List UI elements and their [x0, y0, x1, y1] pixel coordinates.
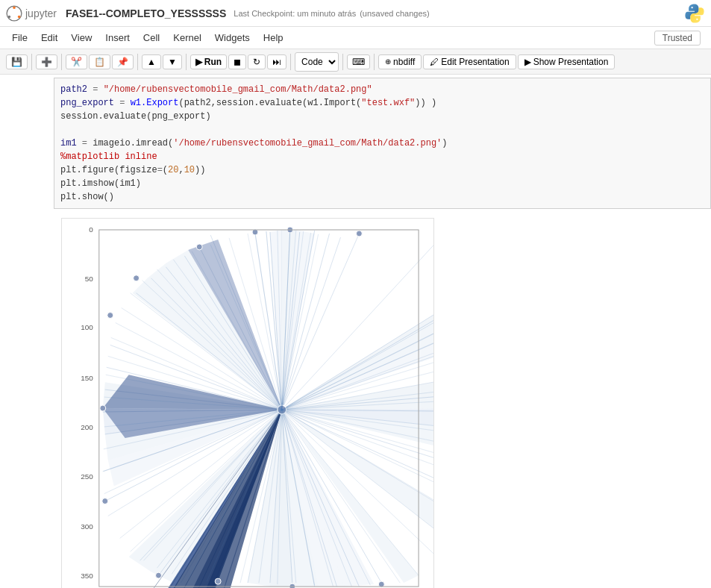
- topbar: jupyter FASE1--COMPLETO_YESSSSSS Last Ch…: [0, 0, 711, 27]
- show-pres-label: Show Presentation: [533, 57, 609, 67]
- sep7: [374, 54, 375, 70]
- trusted-button[interactable]: Trusted: [654, 31, 701, 46]
- sep2: [61, 54, 62, 70]
- svg-point-119: [155, 572, 161, 578]
- menubar: File Edit View Insert Cell Kernel Widget…: [0, 27, 711, 49]
- svg-text:250: 250: [81, 472, 93, 481]
- menu-kernel[interactable]: Kernel: [167, 30, 207, 46]
- sep3: [137, 54, 138, 70]
- svg-text:150: 150: [81, 374, 93, 382]
- nbdiff-label: nbdiff: [393, 57, 415, 67]
- menu-view[interactable]: View: [65, 30, 98, 46]
- svg-point-118: [215, 578, 221, 584]
- code-area[interactable]: path2 = "/home/rubensvectomobile_gmail_c…: [54, 78, 711, 209]
- restart-button[interactable]: ↻: [248, 54, 266, 69]
- svg-point-4: [692, 7, 693, 8]
- svg-point-1: [13, 6, 16, 9]
- sep5: [290, 54, 291, 70]
- svg-point-122: [107, 313, 113, 319]
- edit-pres-icon: 🖊: [430, 57, 439, 67]
- nbdiff-button[interactable]: ⊕ nbdiff: [378, 54, 422, 69]
- output-prompt: [1, 215, 54, 588]
- cell-type-select[interactable]: Code: [295, 52, 339, 72]
- svg-point-3: [8, 15, 11, 18]
- jupyter-logo: jupyter: [6, 5, 57, 22]
- keyboard-button[interactable]: ⌨: [347, 54, 370, 69]
- unsaved-text: (unsaved changes): [360, 9, 430, 18]
- show-pres-icon: ▶: [524, 57, 531, 67]
- output-content: 0 50 100 150 200 250 300 350 0 50 100 15…: [54, 215, 711, 588]
- sep6: [342, 54, 343, 70]
- svg-text:0: 0: [89, 225, 93, 234]
- menu-file[interactable]: File: [6, 30, 34, 46]
- svg-point-120: [102, 498, 108, 504]
- svg-text:300: 300: [81, 522, 93, 531]
- svg-point-124: [196, 244, 202, 250]
- svg-text:200: 200: [81, 423, 93, 431]
- svg-point-123: [134, 275, 140, 281]
- paste-button[interactable]: 📌: [112, 54, 134, 69]
- menu-widgets[interactable]: Widgets: [209, 30, 256, 46]
- output-cell: 0 50 100 150 200 250 300 350 0 50 100 15…: [0, 212, 711, 588]
- svg-text:100: 100: [81, 323, 93, 331]
- nbdiff-icon: ⊕: [385, 57, 391, 66]
- code-cell: path2 = "/home/rubensvectomobile_gmail_c…: [0, 75, 711, 212]
- sep1: [31, 54, 32, 70]
- run-icon: ▶: [195, 57, 202, 67]
- main-content: path2 = "/home/rubensvectomobile_gmail_c…: [0, 75, 711, 588]
- sep4: [186, 54, 187, 70]
- plot-svg: 0 50 100 150 200 250 300 350 0 50 100 15…: [62, 219, 433, 588]
- edit-pres-label: Edit Presentation: [441, 57, 509, 67]
- svg-point-117: [289, 584, 295, 588]
- save-button[interactable]: 💾: [6, 54, 28, 69]
- move-up-button[interactable]: ▲: [142, 54, 161, 69]
- add-cell-button[interactable]: ➕: [36, 54, 57, 69]
- cell-content: path2 = "/home/rubensvectomobile_gmail_c…: [54, 78, 711, 209]
- jupyter-icon: [6, 5, 22, 22]
- stop-button[interactable]: ◼: [228, 54, 246, 69]
- restart-run-button[interactable]: ⏭: [267, 54, 286, 69]
- notebook-title[interactable]: FASE1--COMPLETO_YESSSSSS: [66, 7, 226, 19]
- edit-presentation-button[interactable]: 🖊 Edit Presentation: [423, 54, 516, 69]
- svg-text:350: 350: [81, 572, 93, 580]
- svg-point-5: [696, 18, 698, 19]
- svg-point-2: [18, 15, 21, 18]
- show-presentation-button[interactable]: ▶ Show Presentation: [518, 54, 616, 69]
- svg-point-110: [356, 231, 362, 237]
- checkpoint-text: Last Checkpoint: um minuto atrás: [234, 9, 356, 18]
- menu-insert[interactable]: Insert: [99, 30, 136, 46]
- menu-cell[interactable]: Cell: [137, 30, 166, 46]
- cut-button[interactable]: ✂️: [66, 54, 87, 69]
- jupyter-text: jupyter: [25, 7, 57, 19]
- svg-text:50: 50: [85, 275, 94, 283]
- cell-prompt: [1, 78, 54, 209]
- menu-edit[interactable]: Edit: [35, 30, 63, 46]
- run-button[interactable]: ▶ Run: [190, 54, 227, 69]
- toolbar: 💾 ➕ ✂️ 📋 📌 ▲ ▼ ▶ Run ◼ ↻ ⏭ Code ⌨ ⊕ nbdi…: [0, 49, 711, 75]
- svg-point-121: [100, 405, 106, 411]
- copy-button[interactable]: 📋: [89, 54, 110, 69]
- python-logo: [684, 3, 705, 24]
- move-down-button[interactable]: ▼: [163, 54, 182, 69]
- run-label: Run: [204, 57, 222, 67]
- menu-help[interactable]: Help: [257, 30, 289, 46]
- plot-container: 0 50 100 150 200 250 300 350 0 50 100 15…: [61, 218, 434, 588]
